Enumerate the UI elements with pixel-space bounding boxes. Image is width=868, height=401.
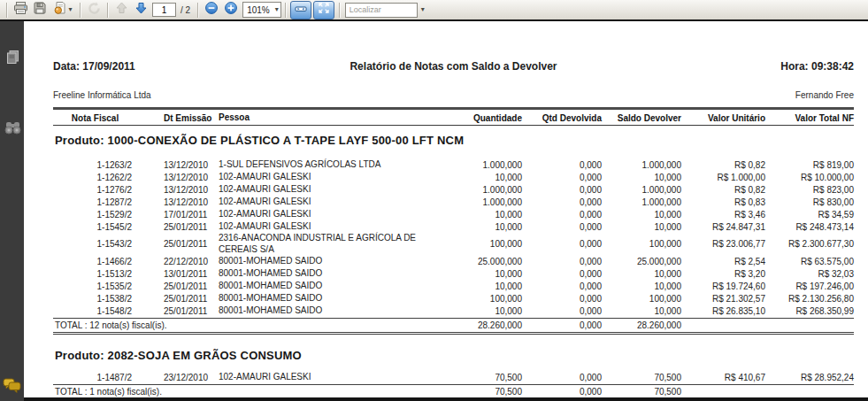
cell-dev: 0,000 xyxy=(522,294,602,304)
cell-pessoa: 80001-MOHAMED SAIDO xyxy=(212,268,438,280)
cell-pessoa: 102-AMAURI GALESKI xyxy=(212,209,438,220)
cell-dev: 0,000 xyxy=(522,239,602,249)
report-title: Relatório de Notas com Saldo a Devolver xyxy=(350,60,557,73)
search-panel-button[interactable] xyxy=(4,120,21,138)
table-row: 1-1263/213/12/20101-SUL DEFENSIVOS AGRÍC… xyxy=(53,158,854,171)
cell-pessoa: 80001-MOHAMED SAIDO xyxy=(212,256,438,267)
total-saldo: 70,500 xyxy=(602,387,681,397)
cell-dev: 0,000 xyxy=(522,173,602,182)
cell-dev: 0,000 xyxy=(522,185,602,195)
up-arrow-icon xyxy=(114,1,129,19)
zoom-out-button[interactable] xyxy=(202,2,221,19)
search-options-caret-icon[interactable]: ▾ xyxy=(421,6,425,13)
printer-icon xyxy=(13,1,28,19)
product-section: Produto: 2082-SOJA EM GRÃOS CONSUMO1-148… xyxy=(53,349,854,397)
fit-page-button[interactable] xyxy=(313,1,334,19)
search-input[interactable] xyxy=(345,3,418,18)
cell-vt: R$ 28.952,24 xyxy=(765,373,854,382)
page-bottom-edge xyxy=(24,397,868,401)
cell-qtd: 25.000,000 xyxy=(438,257,522,266)
cell-saldo: 10,000 xyxy=(602,281,681,291)
zoom-level-value: 101% xyxy=(247,5,270,15)
cell-dev: 0,000 xyxy=(522,269,602,279)
cell-qtd: 10,000 xyxy=(438,269,522,279)
thumbnails-button[interactable] xyxy=(4,50,21,67)
cell-saldo: 25.000,000 xyxy=(602,257,681,266)
fit-width-button[interactable] xyxy=(290,1,311,19)
cell-dt: 25/01/2011 xyxy=(137,222,212,232)
zoom-in-button[interactable] xyxy=(221,2,241,19)
cell-dev: 0,000 xyxy=(522,281,602,291)
next-page-button[interactable] xyxy=(131,2,150,19)
report-viewer-window: ▾ xyxy=(0,0,868,401)
toolbar-separator xyxy=(285,3,286,18)
product-title: Produto: 1000-CONEXÃO DE PLÁSTICO A T-TA… xyxy=(55,134,854,147)
cell-dev: 0,000 xyxy=(522,160,602,170)
cell-pessoa: 102-AMAURI GALESKI xyxy=(212,372,438,383)
cell-nota: 1-1513/2 xyxy=(53,269,137,279)
cell-nota: 1-1276/2 xyxy=(53,185,137,195)
cell-vu: R$ 1.000,00 xyxy=(681,173,765,182)
print-button[interactable] xyxy=(11,2,30,19)
table-row: 1-1466/222/12/201080001-MOHAMED SAIDO25.… xyxy=(53,255,854,267)
export-button[interactable]: ▾ xyxy=(50,2,76,19)
cell-qtd: 1.000,000 xyxy=(438,185,522,195)
cell-qtd: 10,000 xyxy=(438,222,522,232)
zoom-level-select[interactable]: 101% ▾ xyxy=(242,2,281,18)
cell-pessoa: 80001-MOHAMED SAIDO xyxy=(212,305,438,317)
cell-vu: R$ 26.835,10 xyxy=(681,306,765,316)
table-column-header: Nota Fiscal Dt Emissão Pessoa Quantidade… xyxy=(53,112,854,125)
cell-qtd: 1.000,000 xyxy=(438,160,522,170)
page-count-label: / 2 xyxy=(181,5,190,15)
section-total-row: TOTAL : 12 nota(s) fiscal(is).28.260,000… xyxy=(53,318,854,335)
cell-saldo: 10,000 xyxy=(602,269,681,279)
total-dev: 0,000 xyxy=(522,387,602,397)
refresh-button[interactable] xyxy=(84,2,104,19)
column-qtd-devolvida: Qtd Devolvida xyxy=(522,113,602,123)
cell-nota: 1-1263/2 xyxy=(53,160,137,170)
cell-pessoa: 80001-MOHAMED SAIDO xyxy=(212,293,438,305)
cell-vt: R$ 2.130.256,80 xyxy=(765,294,854,304)
table-row: 1-1535/225/01/201180001-MOHAMED SAIDO10,… xyxy=(53,280,854,292)
cell-saldo: 1.000,000 xyxy=(602,185,681,195)
cell-vt: R$ 819,00 xyxy=(765,160,854,170)
cell-saldo: 100,000 xyxy=(602,294,681,304)
cell-saldo: 10,000 xyxy=(602,210,681,220)
column-pessoa: Pessoa xyxy=(212,112,438,124)
cell-vt: R$ 2.300.677,30 xyxy=(765,239,854,249)
prev-page-button[interactable] xyxy=(111,2,131,19)
comments-button[interactable] xyxy=(3,378,20,396)
column-quantidade: Quantidade xyxy=(438,113,522,123)
cell-pessoa: 102-AMAURI GALESKI xyxy=(212,172,438,183)
report-page: Data: 17/09/2011 Relatório de Notas com … xyxy=(24,21,868,401)
cell-vu: R$ 3,46 xyxy=(681,210,765,220)
cell-nota: 1-1466/2 xyxy=(53,257,137,266)
total-qtd: 28.260,000 xyxy=(438,320,522,330)
cell-vt: R$ 823,00 xyxy=(765,185,854,195)
cell-vt: R$ 34,59 xyxy=(765,210,854,220)
fit-page-icon xyxy=(318,2,330,18)
table-row: 1-1513/213/01/201180001-MOHAMED SAIDO10,… xyxy=(53,267,854,280)
header-rule xyxy=(53,107,854,110)
cell-vu: R$ 24.847,31 xyxy=(681,222,765,232)
cell-qtd: 1.000,000 xyxy=(438,197,522,207)
down-arrow-icon xyxy=(134,1,149,19)
cell-vu: R$ 0,82 xyxy=(681,160,765,170)
cell-vu: R$ 21.302,57 xyxy=(681,294,765,304)
cell-qtd: 70,500 xyxy=(438,373,522,382)
cell-nota: 1-1543/2 xyxy=(53,239,137,249)
cell-nota: 1-1535/2 xyxy=(53,281,137,291)
cell-nota: 1-1545/2 xyxy=(53,222,137,232)
cell-dt: 23/12/2010 xyxy=(137,373,212,382)
export-dropdown-caret-icon[interactable]: ▾ xyxy=(68,6,72,13)
cell-nota: 1-1262/2 xyxy=(53,173,137,182)
product-section: Produto: 1000-CONEXÃO DE PLÁSTICO A T-TA… xyxy=(53,134,854,335)
toolbar-separator xyxy=(107,3,108,18)
total-label: TOTAL : 1 nota(s) fiscal(is). xyxy=(53,387,438,397)
cell-dt: 13/12/2010 xyxy=(137,173,212,182)
save-button[interactable] xyxy=(30,2,50,19)
fit-width-icon xyxy=(295,2,307,18)
cell-qtd: 10,000 xyxy=(438,281,522,291)
cell-pessoa: 102-AMAURI GALESKI xyxy=(212,221,438,233)
page-number-input[interactable] xyxy=(152,3,176,17)
